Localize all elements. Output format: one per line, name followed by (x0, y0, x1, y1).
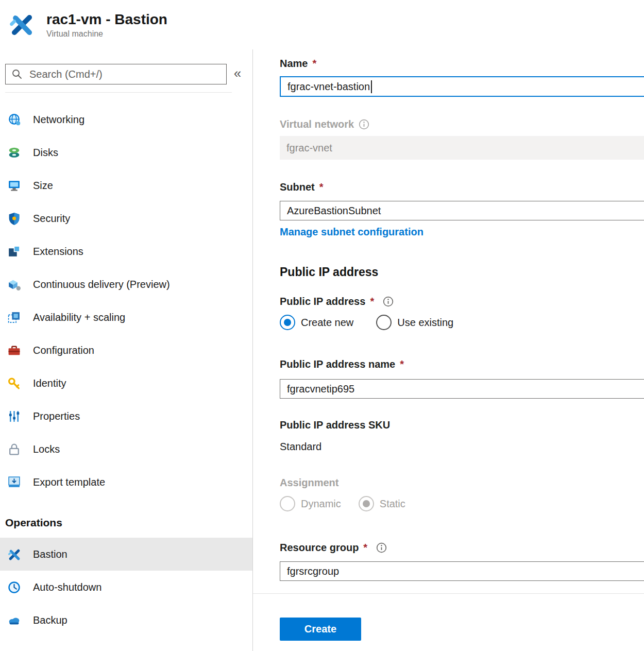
sidebar-item-properties[interactable]: Properties (0, 400, 252, 433)
sidebar-item-networking[interactable]: Networking (0, 103, 252, 136)
assignment-radio-group: Dynamic Static (280, 494, 644, 513)
create-button[interactable]: Create (280, 618, 361, 641)
form-footer-divider (253, 593, 644, 594)
sidebar-item-bastion[interactable]: Bastion (0, 538, 252, 571)
radio-use-existing[interactable] (376, 315, 392, 330)
page-subtitle: Virtual machine (46, 29, 167, 39)
sidebar-item-disks[interactable]: Disks (0, 136, 252, 169)
virtual-network-label: Virtual network (280, 116, 644, 132)
name-input-value: fgrac-vnet-bastion (287, 81, 370, 93)
sidebar-section-operations: Operations (0, 515, 252, 530)
sidebar-operations-nav: Bastion Auto-shutdown (0, 538, 252, 637)
continuous-delivery-icon (6, 277, 22, 292)
sidebar-nav: Networking Disks (0, 93, 252, 499)
sidebar-item-extensions[interactable]: Extensions (0, 235, 252, 268)
export-template-icon (6, 475, 22, 489)
sidebar-item-identity[interactable]: Identity (0, 367, 252, 400)
sidebar-item-label: Security (33, 213, 70, 225)
disks-icon (6, 145, 22, 160)
size-icon (6, 178, 22, 193)
sidebar-item-label: Bastion (33, 549, 67, 560)
sidebar-item-auto-shutdown[interactable]: Auto-shutdown (0, 571, 252, 604)
virtual-network-value: fgrac-vnet (286, 142, 332, 154)
bastion-icon (6, 547, 22, 561)
sidebar-item-label: Disks (33, 147, 58, 159)
required-asterisk: * (400, 356, 404, 372)
sidebar-item-label: Locks (33, 443, 60, 455)
sidebar-item-label: Properties (33, 410, 80, 422)
search-input-container (5, 64, 227, 84)
assignment-label: Assignment (280, 475, 644, 490)
sidebar-item-label: Availability + scaling (33, 312, 125, 323)
required-asterisk: * (370, 294, 374, 309)
sidebar-item-label: Auto-shutdown (33, 581, 101, 593)
sidebar-item-label: Export template (33, 476, 105, 488)
radio-create-new[interactable] (280, 315, 295, 330)
public-ip-sku-label: Public IP address SKU (280, 417, 644, 433)
public-ip-name-label: Public IP address name* (280, 356, 644, 372)
info-icon[interactable] (359, 119, 369, 130)
sidebar-item-label: Backup (33, 614, 67, 626)
locks-icon (6, 442, 22, 456)
sidebar-item-security[interactable]: Security (0, 202, 252, 235)
name-input[interactable]: fgrac-vnet-bastion (280, 76, 644, 97)
manage-subnet-configuration-link[interactable]: Manage subnet configuration (280, 225, 423, 239)
subnet-input-value: AzureBastionSubnet (287, 205, 381, 217)
bastion-create-form: Name* fgrac-vnet-bastion Virtual network… (253, 49, 644, 651)
required-asterisk: * (319, 179, 324, 195)
sidebar-item-label: Identity (33, 378, 66, 389)
public-ip-name-value: fgracvnetip695 (287, 383, 354, 395)
page-title: rac1-vm - Bastion (46, 11, 167, 28)
search-input[interactable] (28, 68, 221, 81)
backup-icon (6, 613, 22, 627)
info-icon[interactable] (383, 296, 394, 307)
sidebar-item-availability-scaling[interactable]: Availability + scaling (0, 301, 252, 334)
properties-icon (6, 409, 22, 423)
sidebar-item-label: Size (33, 180, 53, 192)
app-window: rac1-vm - Bastion Virtual machine « (0, 0, 644, 651)
subnet-label: Subnet* (280, 179, 644, 195)
networking-icon (6, 112, 22, 127)
page-header: rac1-vm - Bastion Virtual machine (0, 0, 644, 49)
public-ip-name-input[interactable]: fgracvnetip695 (280, 379, 644, 399)
sidebar-item-export-template[interactable]: Export template (0, 466, 252, 499)
sidebar-item-backup[interactable]: Backup (0, 604, 252, 637)
sidebar-item-locks[interactable]: Locks (0, 433, 252, 466)
search-icon (12, 69, 22, 79)
info-icon[interactable] (376, 542, 387, 553)
radio-dynamic (280, 496, 295, 511)
resource-group-input[interactable]: fgrsrcgroup (280, 561, 644, 581)
radio-use-existing-label: Use existing (397, 317, 453, 329)
sidebar-item-continuous-delivery[interactable]: Continuous delivery (Preview) (0, 268, 252, 301)
name-label: Name* (280, 56, 644, 71)
identity-icon (6, 376, 22, 390)
radio-static (359, 496, 374, 511)
resource-group-value: fgrsrcgroup (287, 566, 339, 577)
security-icon (6, 211, 22, 226)
resource-group-label: Resource group* (280, 540, 644, 555)
auto-shutdown-icon (6, 580, 22, 594)
radio-create-new-label: Create new (301, 317, 353, 329)
text-cursor (371, 80, 372, 93)
configuration-icon (6, 343, 22, 357)
radio-static-label: Static (380, 498, 405, 510)
sidebar: « Networking (0, 49, 253, 651)
sidebar-item-size[interactable]: Size (0, 169, 252, 202)
availability-scaling-icon (6, 310, 22, 324)
public-ip-label: Public IP address* (280, 294, 644, 309)
sidebar-item-label: Networking (33, 114, 84, 126)
required-asterisk: * (312, 56, 316, 71)
bastion-logo-icon (8, 11, 35, 38)
virtual-network-input: fgrac-vnet (280, 136, 644, 160)
sidebar-item-label: Continuous delivery (Preview) (33, 279, 170, 290)
sidebar-collapse-button[interactable]: « (227, 65, 248, 83)
sidebar-item-label: Configuration (33, 345, 94, 356)
required-asterisk: * (363, 540, 367, 555)
sidebar-item-label: Extensions (33, 246, 83, 258)
public-ip-section-heading: Public IP address (280, 264, 644, 280)
sidebar-item-configuration[interactable]: Configuration (0, 334, 252, 367)
subnet-input[interactable]: AzureBastionSubnet (280, 201, 644, 220)
public-ip-sku-value: Standard (280, 439, 644, 454)
public-ip-radio-group: Create new Use existing (280, 313, 644, 332)
extensions-icon (6, 244, 22, 259)
